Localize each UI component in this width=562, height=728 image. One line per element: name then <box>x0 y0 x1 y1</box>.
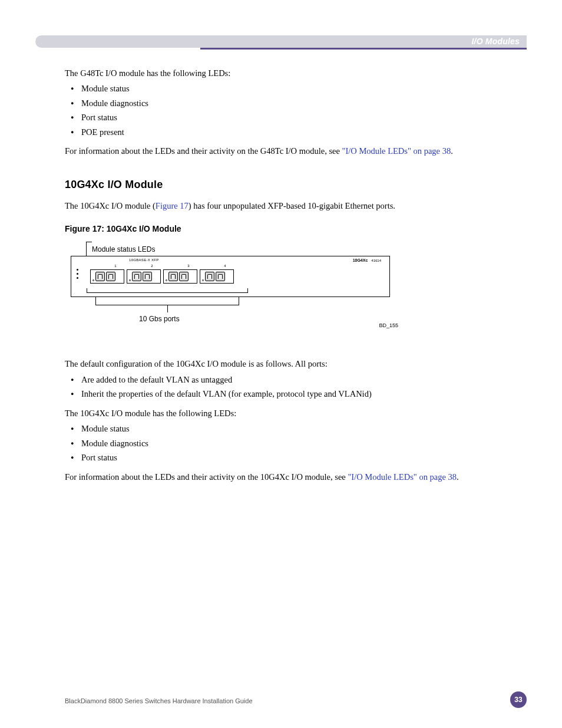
port-num: 3 <box>170 263 207 269</box>
xfp-cage-icon <box>179 272 189 281</box>
port-led-icon <box>166 279 167 281</box>
board-model-label: 10G4Xc41614 <box>353 258 381 264</box>
paragraph: For information about the LEDs and their… <box>65 470 497 483</box>
list-item: Module diagnostics <box>71 437 497 450</box>
port-num: 1 <box>97 263 134 269</box>
port-led-icon <box>92 279 94 281</box>
board-type-label: 10GBASE-X XFP <box>129 258 159 263</box>
port-led-icon <box>202 279 204 281</box>
port-num: 2 <box>134 263 170 269</box>
heading-10g4xc: 10G4Xc I/O Module <box>65 177 497 193</box>
text-run: . <box>451 146 453 156</box>
default-config-list: Are added to the default VLAN as untagge… <box>65 373 497 401</box>
module-diagram: 10GBASE-X XFP 10G4Xc41614 1 2 3 4 <box>71 256 390 297</box>
figure-id: BD_155 <box>71 322 401 330</box>
page-footer: BlackDiamond 8800 Series Switches Hardwa… <box>65 697 527 704</box>
list-item: Module status <box>71 82 497 95</box>
paragraph: The 10G4Xc I/O module has the following … <box>65 407 497 420</box>
xfp-cage-icon <box>216 272 225 281</box>
text-partno: 41614 <box>371 259 381 262</box>
list-item: Inherit the properties of the default VL… <box>71 387 497 400</box>
port-num: 4 <box>207 263 243 269</box>
list-item: Module status <box>71 422 497 435</box>
led-list-1: Module status Module diagnostics Port st… <box>65 82 497 139</box>
callout-text: 10 Gbs ports <box>139 314 180 325</box>
header-bar: I/O Modules <box>35 35 527 48</box>
callout-module-status-leds: Module status LEDs <box>92 244 401 255</box>
link-io-module-leds[interactable]: "I/O Module LEDs" on page 38 <box>342 146 451 156</box>
status-led-icon <box>75 272 78 276</box>
port-led-icon <box>129 279 131 281</box>
xfp-cage-icon <box>168 272 178 281</box>
paragraph: The G48Tc I/O module has the following L… <box>65 67 497 80</box>
xfp-port-4 <box>200 269 234 284</box>
figure-17: Module status LEDs 10GBASE-X XFP 10G4Xc4… <box>71 244 401 331</box>
text-model: 10G4Xc <box>353 258 368 262</box>
status-led-icon <box>75 276 78 281</box>
callout-brace-icon <box>95 297 239 305</box>
port-number-row: 1 2 3 4 <box>97 263 243 269</box>
xfp-cage-icon <box>95 272 105 281</box>
text-run: The 10G4Xc I/O module ( <box>65 201 156 210</box>
header-section-label: I/O Modules <box>471 35 520 48</box>
text-run: For information about the LEDs and their… <box>65 146 342 156</box>
callout-line-icon <box>167 305 168 312</box>
figure-ref-17[interactable]: Figure 17 <box>156 201 189 210</box>
led-list-2: Module status Module diagnostics Port st… <box>65 422 497 464</box>
module-rail-icon <box>87 288 248 293</box>
list-item: Port status <box>71 111 497 124</box>
callout-text: Module status LEDs <box>92 245 155 253</box>
status-led-column <box>75 268 78 281</box>
footer-title: BlackDiamond 8800 Series Switches Hardwa… <box>65 697 253 704</box>
paragraph: The default configuration of the 10G4Xc … <box>65 357 497 370</box>
header-accent <box>200 48 527 50</box>
list-item: Port status <box>71 451 497 464</box>
callout-ports: 10 Gbs ports <box>71 297 401 321</box>
paragraph: The 10G4Xc I/O module (Figure 17) has fo… <box>65 199 497 212</box>
xfp-cage-icon <box>132 272 141 281</box>
status-led-icon <box>75 268 78 272</box>
xfp-port-3 <box>163 269 197 284</box>
page-content: The G48Tc I/O module has the following L… <box>65 67 497 486</box>
list-item: POE present <box>71 126 497 139</box>
list-item: Module diagnostics <box>71 97 497 110</box>
xfp-port-1 <box>90 269 124 284</box>
paragraph: For information about the LEDs and their… <box>65 144 497 157</box>
list-item: Are added to the default VLAN as untagge… <box>71 373 497 386</box>
text-run: . <box>457 472 459 482</box>
xfp-cage-icon <box>106 272 115 281</box>
text-run: ) has four unpopulated XFP-based 10-giga… <box>189 201 395 210</box>
link-io-module-leds[interactable]: "I/O Module LEDs" on page 38 <box>348 472 457 482</box>
page-number-badge: 33 <box>510 691 527 708</box>
xfp-cage-icon <box>143 272 152 281</box>
text-run: For information about the LEDs and their… <box>65 472 348 482</box>
figure-caption: Figure 17: 10G4Xc I/O Module <box>65 223 497 236</box>
xfp-cage-icon <box>205 272 214 281</box>
xfp-port-2 <box>127 269 161 284</box>
